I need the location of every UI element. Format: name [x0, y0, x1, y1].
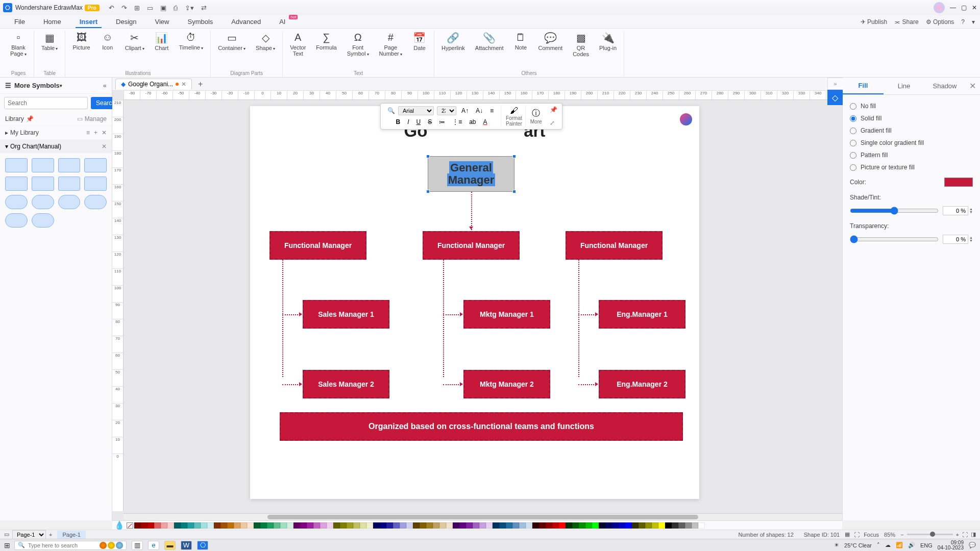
- shape-thumb[interactable]: [84, 158, 107, 172]
- color-swatch[interactable]: [546, 522, 552, 529]
- color-swatch[interactable]: [187, 522, 194, 529]
- explorer-icon[interactable]: ▬: [164, 541, 176, 550]
- color-swatch[interactable]: [307, 522, 313, 529]
- more-qa-icon[interactable]: ⇄: [201, 4, 207, 12]
- page-layout-icon[interactable]: ▭: [4, 531, 9, 538]
- task-view-icon[interactable]: ▥: [132, 541, 143, 550]
- color-swatch[interactable]: [652, 522, 658, 529]
- case-icon[interactable]: ab: [467, 117, 478, 127]
- color-swatch[interactable]: [386, 522, 393, 529]
- color-swatch[interactable]: [194, 522, 201, 529]
- add-page-icon[interactable]: +: [49, 532, 52, 538]
- fullscreen-icon[interactable]: ⛶: [962, 532, 968, 538]
- shape-thumb[interactable]: [32, 195, 54, 209]
- color-swatch[interactable]: [632, 522, 639, 529]
- color-swatch[interactable]: [267, 522, 274, 529]
- color-swatch[interactable]: [347, 522, 353, 529]
- page-tab[interactable]: Page-1: [57, 531, 85, 539]
- ribbon-attachment[interactable]: 📎Attachment: [470, 31, 509, 58]
- ribbon-vector[interactable]: AVectorText: [285, 31, 311, 58]
- bullet-list-icon[interactable]: ⋮≡: [450, 117, 464, 127]
- color-swatch[interactable]: [625, 522, 632, 529]
- share-button[interactable]: ⫘ Share: [894, 18, 918, 26]
- color-swatch[interactable]: [433, 522, 439, 529]
- color-swatch[interactable]: [539, 522, 546, 529]
- volume-icon[interactable]: 🔊: [908, 542, 915, 548]
- align-icon[interactable]: ≡: [488, 106, 496, 115]
- color-swatch[interactable]: [247, 522, 254, 529]
- menu-view[interactable]: View: [146, 16, 179, 28]
- color-swatch[interactable]: [220, 522, 227, 529]
- color-swatch[interactable]: [665, 522, 672, 529]
- color-swatch[interactable]: [280, 522, 287, 529]
- color-swatch[interactable]: [612, 522, 619, 529]
- color-swatch[interactable]: [227, 522, 234, 529]
- page-select[interactable]: Page-1: [12, 530, 46, 539]
- node-eng-manager-2[interactable]: Eng.Manager 2: [599, 370, 685, 398]
- maximize-button[interactable]: ▢: [961, 4, 967, 11]
- options-button[interactable]: ⚙ Options: [926, 18, 954, 26]
- font-family-select[interactable]: Arial: [398, 106, 434, 115]
- color-swatch[interactable]: [592, 522, 599, 529]
- shape-thumb[interactable]: [58, 158, 81, 172]
- transparency-value[interactable]: [943, 235, 968, 244]
- ribbon-clipart[interactable]: ✂Clipart: [120, 31, 150, 52]
- menu-ai[interactable]: AIhot: [270, 16, 295, 28]
- new-icon[interactable]: ⊞: [134, 4, 140, 12]
- notifications-icon[interactable]: 💬: [969, 542, 976, 548]
- menu-home[interactable]: Home: [34, 16, 70, 28]
- font-color-icon[interactable]: A: [481, 117, 489, 127]
- onedrive-icon[interactable]: ☁: [885, 542, 891, 548]
- tray-chevron-icon[interactable]: ˄: [877, 542, 880, 548]
- opt-no-fill[interactable]: No fill: [850, 100, 973, 112]
- ribbon-note[interactable]: 🗒Note: [508, 31, 533, 58]
- edge-icon[interactable]: e: [148, 541, 159, 550]
- color-swatch[interactable]: [154, 522, 161, 529]
- ribbon-shape[interactable]: ◇Shape: [251, 31, 280, 52]
- shape-thumb[interactable]: [32, 177, 54, 191]
- help-icon[interactable]: ?: [961, 18, 965, 26]
- color-swatch[interactable]: [512, 522, 519, 529]
- lib-plus-icon[interactable]: +: [94, 129, 97, 136]
- wifi-icon[interactable]: 📶: [896, 542, 903, 548]
- ribbon-icon[interactable]: ☺Icon: [95, 31, 120, 52]
- opt-gradient-fill[interactable]: Gradient fill: [850, 124, 973, 137]
- color-swatch[interactable]: [353, 522, 360, 529]
- underline-icon[interactable]: U: [414, 117, 423, 127]
- color-swatch[interactable]: [373, 522, 380, 529]
- search-icon[interactable]: 🔍: [387, 107, 395, 114]
- shape-thumb[interactable]: [32, 158, 54, 172]
- lib-close-icon[interactable]: ✕: [102, 129, 107, 136]
- color-swatch[interactable]: [287, 522, 293, 529]
- color-swatch[interactable]: [466, 522, 473, 529]
- color-swatch[interactable]: [274, 522, 280, 529]
- color-swatch[interactable]: [639, 522, 645, 529]
- ribbon-comment[interactable]: 💬Comment: [533, 31, 568, 58]
- node-mktg-manager-1[interactable]: Mktg Manager 1: [463, 300, 550, 329]
- color-swatch[interactable]: [141, 522, 148, 529]
- color-swatch[interactable]: [366, 522, 373, 529]
- transparency-stepper[interactable]: ▲▼: [969, 236, 973, 242]
- color-swatch[interactable]: [313, 522, 320, 529]
- ribbon-picture[interactable]: 🖼Picture: [67, 31, 95, 52]
- color-swatch[interactable]: [692, 522, 698, 529]
- node-functional-manager-2[interactable]: Functional Manager: [423, 231, 520, 260]
- symbol-search-input[interactable]: [4, 97, 88, 109]
- color-swatch[interactable]: [420, 522, 426, 529]
- shape-thumb[interactable]: [58, 195, 81, 209]
- horizontal-scrollbar[interactable]: [124, 513, 842, 520]
- color-swatch[interactable]: [214, 522, 220, 529]
- ribbon-blank[interactable]: ▫BlankPage: [5, 31, 32, 58]
- opt-solid-fill[interactable]: Solid fill: [850, 112, 973, 124]
- minimize-button[interactable]: —: [950, 4, 956, 11]
- color-swatch[interactable]: [254, 522, 260, 529]
- library-row[interactable]: Library 📌 ▭ Manage: [0, 112, 112, 126]
- node-footer-caption[interactable]: Organized based on cross-functional team…: [280, 412, 683, 441]
- color-swatch[interactable]: [393, 522, 400, 529]
- org-chart-section-header[interactable]: ▾ Org Chart(Manual) ✕: [0, 140, 112, 153]
- menu-insert[interactable]: Insert: [70, 16, 107, 28]
- color-swatch[interactable]: [400, 522, 406, 529]
- hamburger-icon[interactable]: ☰: [5, 82, 11, 89]
- grid-icon[interactable]: ▦: [845, 531, 850, 538]
- pin-toolbar-icon[interactable]: 📌: [548, 106, 559, 113]
